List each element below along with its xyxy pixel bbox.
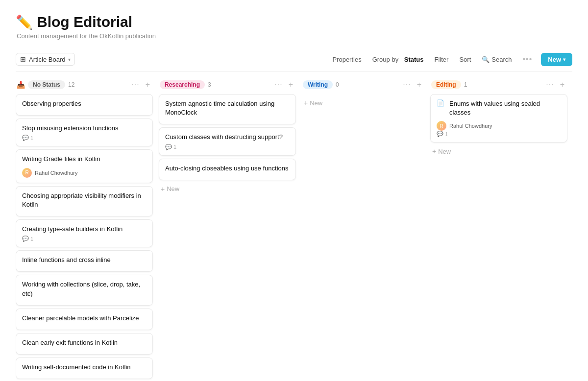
cards-list-editing: 📄Enums with values using sealed classesR… bbox=[430, 94, 567, 143]
card[interactable]: Auto-closing closeables using use functi… bbox=[159, 159, 296, 180]
properties-button[interactable]: Properties bbox=[327, 53, 366, 66]
column-actions-editing: ···+ bbox=[544, 79, 566, 90]
comment-count: 1 bbox=[445, 131, 448, 137]
card-title-row: System agnostic time calculation using M… bbox=[165, 99, 290, 119]
card-title-row: Custom classes with destructing support? bbox=[165, 133, 290, 143]
column-add-button-no-status[interactable]: + bbox=[144, 79, 152, 90]
card[interactable]: Choosing appropriate visibility modifier… bbox=[16, 186, 153, 216]
card[interactable]: System agnostic time calculation using M… bbox=[159, 94, 296, 124]
card-title: System agnostic time calculation using M… bbox=[165, 99, 290, 117]
card-title: Enums with values using sealed classes bbox=[449, 99, 561, 117]
column-no-status: 📥No Status12···+Observing propertiesStop… bbox=[16, 79, 153, 381]
plus-icon: + bbox=[146, 80, 150, 89]
card-title-row: Cleaner parcelable models with Parcelize bbox=[22, 314, 147, 325]
column-more-button-no-status[interactable]: ··· bbox=[129, 79, 141, 90]
card[interactable]: 📄Enums with values using sealed classesR… bbox=[430, 94, 567, 143]
column-writing: Writing0···++New bbox=[302, 79, 424, 110]
card[interactable]: Writing self-documented code in Kotlin bbox=[16, 357, 153, 379]
board-selector[interactable]: ⊞ Article Board ▾ bbox=[16, 53, 75, 66]
new-button[interactable]: New ▾ bbox=[541, 53, 572, 66]
column-count-researching: 3 bbox=[208, 81, 211, 88]
column-badge-writing: Writing bbox=[303, 80, 333, 89]
card[interactable]: Clean early exit functions in Kotlin bbox=[16, 333, 153, 355]
card[interactable]: Custom classes with destructing support?… bbox=[159, 127, 296, 155]
card-title: Creating type-safe builders in Kotlin bbox=[22, 225, 122, 234]
card[interactable]: Observing properties bbox=[16, 94, 153, 116]
column-add-button-editing[interactable]: + bbox=[558, 79, 566, 90]
board-icon: ⊞ bbox=[20, 55, 26, 63]
card[interactable]: Working with collections (slice, drop, t… bbox=[16, 275, 153, 305]
column-count-editing: 1 bbox=[464, 81, 467, 88]
column-actions-no-status: ···+ bbox=[129, 79, 152, 90]
plus-icon: + bbox=[289, 80, 293, 89]
add-new-button-editing[interactable]: +New bbox=[430, 144, 567, 158]
column-researching: Researching3···+System agnostic time cal… bbox=[159, 79, 296, 196]
plus-icon: + bbox=[432, 147, 436, 155]
cards-list-no-status: Observing propertiesStop misusing extens… bbox=[16, 94, 153, 379]
ellipsis-icon: ··· bbox=[274, 80, 282, 89]
more-icon: ••• bbox=[522, 55, 532, 64]
comment-count: 1 bbox=[173, 144, 176, 150]
card-title-row: Observing properties bbox=[22, 99, 147, 110]
plus-icon: + bbox=[560, 80, 564, 89]
page-title-row: ✏️ Blog Editorial bbox=[16, 14, 572, 30]
sort-button[interactable]: Sort bbox=[454, 53, 476, 66]
column-add-button-writing[interactable]: + bbox=[415, 79, 423, 90]
ellipsis-icon: ··· bbox=[403, 80, 411, 89]
card-title: Writing Gradle files in Kotlin bbox=[22, 155, 100, 164]
card-title-row: Clean early exit functions in Kotlin bbox=[22, 338, 147, 349]
filter-button[interactable]: Filter bbox=[430, 53, 454, 66]
card[interactable]: Creating type-safe builders in Kotlin💬1 bbox=[16, 219, 153, 247]
column-more-button-researching[interactable]: ··· bbox=[272, 79, 284, 90]
comment-icon: 💬 bbox=[437, 131, 443, 137]
assignee-name: Rahul Chowdhury bbox=[449, 123, 492, 129]
group-by-button[interactable]: Group by Status bbox=[368, 53, 429, 66]
column-header-writing: Writing0···+ bbox=[302, 79, 424, 90]
comment-icon: 💬 bbox=[22, 236, 29, 242]
new-label: New bbox=[548, 56, 561, 63]
plus-icon: + bbox=[417, 80, 421, 89]
add-new-button-researching[interactable]: +New bbox=[159, 182, 296, 196]
page-title: Blog Editorial bbox=[37, 14, 132, 30]
column-count-no-status: 12 bbox=[68, 81, 74, 88]
column-more-button-writing[interactable]: ··· bbox=[401, 79, 413, 90]
search-icon: 🔍 bbox=[482, 56, 490, 63]
card-comment: 💬1 bbox=[22, 135, 147, 141]
inbox-icon: 📥 bbox=[17, 81, 25, 89]
card-title-row: Working with collections (slice, drop, t… bbox=[22, 280, 147, 300]
add-new-label: New bbox=[438, 148, 451, 155]
card[interactable]: Inline functions and cross inline bbox=[16, 250, 153, 272]
card-comment: 💬1 bbox=[165, 144, 290, 150]
toolbar-left: ⊞ Article Board ▾ bbox=[16, 53, 75, 66]
card[interactable]: Stop misusing extension functions💬1 bbox=[16, 119, 153, 146]
column-header-no-status: 📥No Status12···+ bbox=[16, 79, 153, 90]
card[interactable]: Cleaner parcelable models with Parcelize bbox=[16, 309, 153, 330]
board-label: Article Board bbox=[29, 56, 65, 63]
card-title-row: Creating type-safe builders in Kotlin bbox=[22, 225, 147, 236]
card-title: Custom classes with destructing support? bbox=[165, 133, 283, 142]
card-title: Clean early exit functions in Kotlin bbox=[22, 338, 118, 347]
column-more-button-editing[interactable]: ··· bbox=[544, 79, 556, 90]
search-label: Search bbox=[491, 56, 512, 63]
ellipsis-icon: ··· bbox=[546, 80, 554, 89]
add-new-button-writing[interactable]: +New bbox=[302, 96, 424, 110]
plus-icon: + bbox=[304, 99, 308, 107]
avatar: R bbox=[437, 121, 446, 131]
page-wrapper: ✏️ Blog Editorial Content management for… bbox=[0, 0, 588, 381]
ellipsis-icon: ··· bbox=[131, 80, 139, 89]
page-title-icon: ✏️ bbox=[16, 14, 33, 30]
column-count-writing: 0 bbox=[336, 81, 339, 88]
column-badge-editing: Editing bbox=[431, 80, 461, 89]
card[interactable]: Writing Gradle files in KotlinRRahul Cho… bbox=[16, 149, 153, 183]
column-header-editing: Editing1···+ bbox=[430, 79, 567, 90]
comment-count: 1 bbox=[30, 135, 33, 141]
card-title-row: Inline functions and cross inline bbox=[22, 256, 147, 266]
more-options-button[interactable]: ••• bbox=[517, 52, 537, 66]
column-add-button-researching[interactable]: + bbox=[287, 79, 295, 90]
avatar: R bbox=[22, 168, 32, 178]
cards-list-researching: System agnostic time calculation using M… bbox=[159, 94, 296, 180]
plus-icon: + bbox=[161, 185, 165, 193]
card-avatar-row: RRahul Chowdhury bbox=[22, 168, 147, 178]
group-by-value: Status bbox=[404, 56, 424, 63]
search-button[interactable]: 🔍 Search bbox=[477, 53, 516, 66]
